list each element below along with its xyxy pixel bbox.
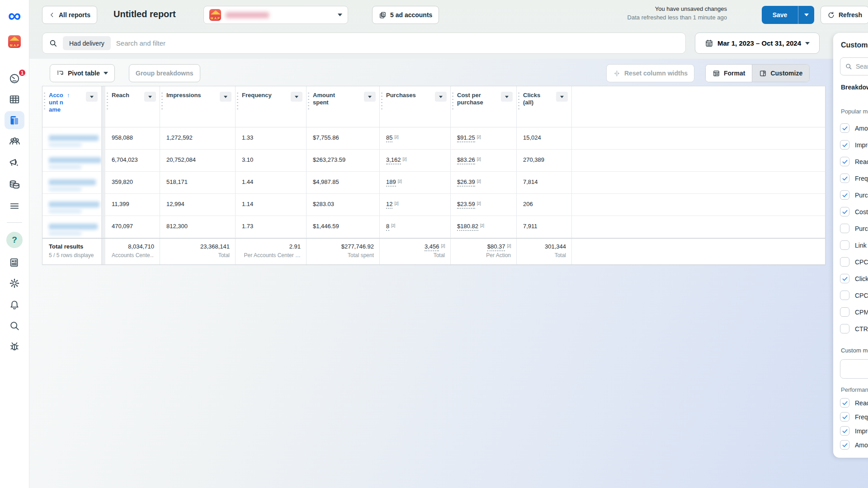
drag-handle[interactable]	[381, 93, 382, 110]
all-reports-back-button[interactable]: All reports	[42, 6, 97, 24]
impressions-column-menu[interactable]	[220, 92, 231, 102]
campaigns-icon[interactable]	[5, 90, 24, 108]
drag-handle[interactable]	[518, 93, 519, 110]
metric-checkbox-item[interactable]: Cost per purchase	[840, 203, 868, 220]
drag-handle[interactable]	[161, 93, 163, 110]
drag-handle[interactable]	[237, 93, 238, 110]
metrics-search-box[interactable]	[840, 57, 868, 75]
metric-checkbox-item[interactable]: CPC (cost per link click)	[840, 253, 868, 270]
metric-checkbox-item[interactable]: Clicks (all)	[840, 270, 868, 287]
save-options-caret-button[interactable]	[798, 6, 814, 24]
column-header-frequency[interactable]: Frequency	[236, 86, 307, 127]
business-account-dropdown[interactable]: M.A.P	[203, 6, 348, 24]
reports-icon-active[interactable]	[5, 111, 24, 129]
checkbox-checked[interactable]	[840, 140, 849, 150]
checkbox-checked[interactable]	[840, 274, 849, 283]
metric-checkbox-item[interactable]: Frequency	[840, 410, 868, 424]
settings-gear-icon[interactable]	[5, 274, 24, 292]
search-icon[interactable]	[5, 317, 24, 335]
date-range-picker[interactable]: Mar 1, 2023 – Oct 31, 2024	[695, 33, 820, 54]
metric-checkbox-item[interactable]: Reach	[840, 396, 868, 410]
custom-metrics-box[interactable]	[840, 359, 868, 379]
checkbox-unchecked[interactable]	[840, 224, 849, 233]
column-header-amount-spent[interactable]: Amount spent	[307, 86, 380, 127]
column-header-purchases[interactable]: Purchases	[380, 86, 451, 127]
column-header-account-name[interactable]: Account name↑	[42, 86, 102, 127]
drag-handle[interactable]	[107, 93, 108, 110]
metric-checkbox-item[interactable]: Amount spent	[840, 438, 868, 452]
purchases-value[interactable]: 3,162[2]	[380, 150, 451, 171]
business-brand-icon[interactable]: M.A.P	[5, 33, 24, 51]
column-header-clicks-all[interactable]: Clicks (all)	[517, 86, 572, 127]
metrics-search-input[interactable]	[856, 63, 868, 70]
billing-icon[interactable]	[5, 175, 24, 193]
checkbox-unchecked[interactable]	[840, 257, 849, 267]
checkbox-checked[interactable]	[840, 440, 849, 450]
account-name-column-menu[interactable]	[86, 92, 98, 102]
checkbox-unchecked[interactable]	[840, 307, 849, 317]
metric-checkbox-item[interactable]: Amount spent	[840, 120, 868, 136]
cost-per-purchase-value[interactable]: $83.26[2]	[451, 150, 517, 171]
metric-checkbox-item[interactable]: Impressions	[840, 136, 868, 153]
account-overview-icon[interactable]: 1	[5, 70, 24, 88]
format-button[interactable]: Format	[706, 65, 752, 82]
table-row[interactable]: 11,399 12,994 1.14 $283.03 12[2] $23.59[…	[42, 194, 825, 216]
table-row[interactable]: 359,820 518,171 1.44 $4,987.85 189[2] $2…	[42, 172, 825, 194]
checkbox-checked[interactable]	[840, 426, 849, 436]
drag-handle[interactable]	[308, 93, 309, 110]
notifications-bell-icon[interactable]	[5, 296, 24, 314]
clicks-column-menu[interactable]	[556, 92, 568, 102]
cost-per-purchase-total[interactable]: $80.37[2]Per Action	[451, 239, 517, 264]
column-header-cost-per-purchase[interactable]: Cost per purchase	[451, 86, 517, 127]
customize-button-active[interactable]: Customize	[752, 65, 809, 82]
meta-logo-icon[interactable]: ∞	[5, 5, 24, 26]
cost-per-purchase-value[interactable]: $91.25[2]	[451, 127, 517, 149]
amount-spent-column-menu[interactable]	[364, 92, 376, 102]
frequency-column-menu[interactable]	[291, 92, 302, 102]
checkbox-checked[interactable]	[840, 174, 849, 183]
checkbox-checked[interactable]	[840, 207, 849, 216]
search-and-filter-input[interactable]	[116, 39, 679, 47]
table-row[interactable]: 958,088 1,272,592 1.33 $7,755.86 85[2] $…	[42, 127, 825, 150]
metric-checkbox-item[interactable]: CPM (cost per 1,000 impressions)	[840, 304, 868, 320]
cost-per-purchase-value[interactable]: $180.82[2]	[451, 216, 517, 238]
checkbox-unchecked[interactable]	[840, 291, 849, 300]
cost-per-purchase-value[interactable]: $23.59[2]	[451, 194, 517, 216]
checkbox-unchecked[interactable]	[840, 240, 849, 250]
pivot-table-dropdown-button[interactable]: Pivot table	[50, 64, 115, 82]
breakdowns-section-label[interactable]: Breakdowns	[841, 84, 868, 91]
purchases-value[interactable]: 85[2]	[380, 127, 451, 149]
reset-column-widths-button[interactable]: Reset column widths	[606, 64, 694, 82]
metric-checkbox-item[interactable]: Impressions	[840, 424, 868, 438]
purchases-column-menu[interactable]	[435, 92, 447, 102]
metric-checkbox-item[interactable]: Frequency	[840, 170, 868, 187]
purchases-value[interactable]: 8[2]	[380, 216, 451, 238]
had-delivery-filter-chip[interactable]: Had delivery	[63, 36, 111, 50]
table-row[interactable]: 6,704,023 20,752,084 3.10 $263,273.59 3,…	[42, 150, 825, 172]
all-tools-icon[interactable]	[5, 197, 24, 215]
table-row[interactable]: 470,097 812,300 1.73 $1,446.59 8[2] $180…	[42, 216, 825, 238]
news-icon[interactable]	[5, 253, 24, 272]
ad-accounts-button[interactable]: 5 ad accounts	[372, 6, 439, 24]
metric-checkbox-item[interactable]: Reach	[840, 153, 868, 170]
refresh-button[interactable]: Refresh	[821, 6, 868, 24]
column-header-reach[interactable]: Reach	[105, 86, 160, 127]
checkbox-checked[interactable]	[840, 412, 849, 422]
save-button[interactable]: Save	[762, 6, 798, 24]
frozen-column-separator[interactable]	[102, 86, 105, 127]
advertising-icon[interactable]	[5, 154, 24, 172]
metric-checkbox-item[interactable]: Purchase ROAS	[840, 220, 868, 237]
checkbox-unchecked[interactable]	[840, 324, 849, 333]
search-filter-bar[interactable]: Had delivery	[42, 33, 686, 54]
purchases-value[interactable]: 12[2]	[380, 194, 451, 216]
drag-handle[interactable]	[44, 93, 45, 110]
report-bug-icon[interactable]	[5, 338, 24, 356]
checkbox-checked[interactable]	[840, 190, 849, 200]
purchases-value[interactable]: 189[2]	[380, 172, 451, 193]
metric-checkbox-item[interactable]: CTR (link click-through)	[840, 320, 868, 337]
metric-checkbox-item[interactable]: Purchases	[840, 187, 868, 203]
metric-checkbox-item[interactable]: Link clicks	[840, 237, 868, 253]
purchases-total[interactable]: 3,456[2]Total	[380, 239, 451, 264]
metric-checkbox-item[interactable]: CPC (all)	[840, 287, 868, 304]
column-header-impressions[interactable]: Impressions	[160, 86, 236, 127]
